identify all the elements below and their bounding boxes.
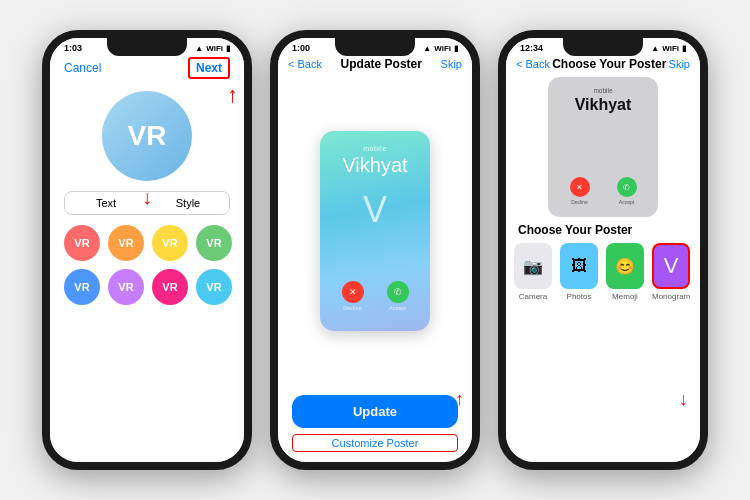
vr-circle-yellow[interactable]: VR [152, 225, 188, 261]
phone-3-time: 12:34 [520, 43, 543, 53]
poster-call-actions: ✕ Decline ✆ Accept [320, 281, 430, 311]
arrow-monogram-indicator: ↓ [679, 389, 688, 410]
signal-icon: ▲ [423, 44, 431, 53]
poster-card: mobile Vikhyat V ✕ Decline ✆ Accept [320, 131, 430, 331]
preview-decline-icon: ✕ [570, 177, 590, 197]
vr-circle-purple[interactable]: VR [108, 269, 144, 305]
next-button[interactable]: Next [188, 57, 230, 79]
preview-accept: ✆ Accept [617, 177, 637, 205]
camera-option-label: Camera [519, 292, 547, 301]
battery-icon: ▮ [454, 44, 458, 53]
battery-icon: ▮ [682, 44, 686, 53]
poster-mobile-label: mobile [363, 145, 387, 152]
preview-accept-label: Accept [619, 199, 634, 205]
preview-contact-name: Vikhyat [575, 96, 632, 114]
avatar-initials: VR [128, 120, 167, 152]
camera-option-icon[interactable]: 📷 [514, 243, 552, 289]
tab-style[interactable]: Style [147, 192, 229, 214]
vr-circle-cyan[interactable]: VR [196, 269, 232, 305]
photos-option-icon[interactable]: 🖼 [560, 243, 598, 289]
phone-2: 1:00 ▲ WiFi ▮ < Back Update Poster Skip … [270, 30, 480, 470]
back-button[interactable]: < Back [288, 58, 322, 70]
contact-avatar: VR [102, 91, 192, 181]
poster-monogram-letter: V [363, 189, 387, 231]
phone-3-icons: ▲ WiFi ▮ [651, 44, 686, 53]
phone-2-notch [335, 38, 415, 56]
phone-3-nav: < Back Choose Your Poster Skip [506, 55, 700, 73]
preview-call-actions: ✕ Decline ✆ Accept [548, 177, 658, 205]
choose-poster-label: Choose Your Poster [506, 223, 700, 243]
decline-action: ✕ Decline [342, 281, 364, 311]
accept-label: Accept [389, 305, 406, 311]
wifi-icon: WiFi [662, 44, 679, 53]
phone-1-status-icons: ▲ WiFi ▮ [195, 44, 230, 53]
vr-circle-red[interactable]: VR [64, 225, 100, 261]
preview-accept-icon: ✆ [617, 177, 637, 197]
photos-option-label: Photos [567, 292, 592, 301]
wifi-icon: WiFi [434, 44, 451, 53]
phone-2-nav: < Back Update Poster Skip [278, 55, 472, 73]
back-button[interactable]: < Back [516, 58, 550, 70]
camera-option[interactable]: 📷 Camera [514, 243, 552, 301]
phone-2-bottom: Update Customize Poster [278, 389, 472, 462]
update-button[interactable]: Update [292, 395, 458, 428]
vr-color-grid: VR VR VR VR VR VR VR VR [50, 225, 244, 305]
monogram-option[interactable]: V Monogram [652, 243, 690, 301]
phone-1-notch [107, 38, 187, 56]
phone-1: 1:03 ▲ WiFi ▮ Cancel Next VR ↑ ↓ Text St… [42, 30, 252, 470]
poster-preview: mobile Vikhyat ✕ Decline ✆ Accept [548, 77, 658, 217]
accept-icon: ✆ [387, 281, 409, 303]
preview-decline-label: Decline [571, 199, 588, 205]
page-title: Choose Your Poster [552, 57, 666, 71]
customize-poster-link[interactable]: Customize Poster [292, 434, 458, 452]
poster-preview-area: mobile Vikhyat V ✕ Decline ✆ Accept [278, 73, 472, 389]
phone-2-time: 1:00 [292, 43, 310, 53]
poster-options-row: 📷 Camera 🖼 Photos 😊 Memoji V Monogram [506, 243, 700, 301]
cancel-button[interactable]: Cancel [64, 61, 101, 75]
monogram-option-icon[interactable]: V [652, 243, 690, 289]
decline-label: Decline [343, 305, 361, 311]
phone-1-screen: 1:03 ▲ WiFi ▮ Cancel Next VR ↑ ↓ Text St… [50, 38, 244, 462]
phone-2-icons: ▲ WiFi ▮ [423, 44, 458, 53]
phone-3-notch [563, 38, 643, 56]
phone-3: 12:34 ▲ WiFi ▮ < Back Choose Your Poster… [498, 30, 708, 470]
wifi-icon: WiFi [206, 44, 223, 53]
phone-3-screen: 12:34 ▲ WiFi ▮ < Back Choose Your Poster… [506, 38, 700, 462]
battery-icon: ▮ [226, 44, 230, 53]
memoji-option-label: Memoji [612, 292, 638, 301]
tab-text[interactable]: Text [65, 192, 147, 214]
decline-icon: ✕ [342, 281, 364, 303]
accept-action: ✆ Accept [387, 281, 409, 311]
page-title: Update Poster [341, 57, 422, 71]
photos-option[interactable]: 🖼 Photos [560, 243, 598, 301]
phone-2-screen: 1:00 ▲ WiFi ▮ < Back Update Poster Skip … [278, 38, 472, 462]
signal-icon: ▲ [195, 44, 203, 53]
arrow-tab-indicator: ↓ [142, 186, 152, 209]
vr-circle-blue[interactable]: VR [64, 269, 100, 305]
arrow-customize-indicator: ↑ [455, 389, 464, 410]
phone-1-nav: Cancel Next [50, 55, 244, 83]
memoji-option[interactable]: 😊 Memoji [606, 243, 644, 301]
phone-1-time: 1:03 [64, 43, 82, 53]
arrow-next-indicator: ↑ [227, 82, 238, 108]
preview-mobile-label: mobile [593, 87, 612, 94]
preview-decline: ✕ Decline [570, 177, 590, 205]
skip-button[interactable]: Skip [441, 58, 462, 70]
poster-contact-name: Vikhyat [342, 154, 407, 177]
vr-circle-orange[interactable]: VR [108, 225, 144, 261]
memoji-option-icon[interactable]: 😊 [606, 243, 644, 289]
signal-icon: ▲ [651, 44, 659, 53]
vr-circle-pink[interactable]: VR [152, 269, 188, 305]
skip-button[interactable]: Skip [669, 58, 690, 70]
monogram-option-label: Monogram [652, 292, 690, 301]
vr-circle-green[interactable]: VR [196, 225, 232, 261]
